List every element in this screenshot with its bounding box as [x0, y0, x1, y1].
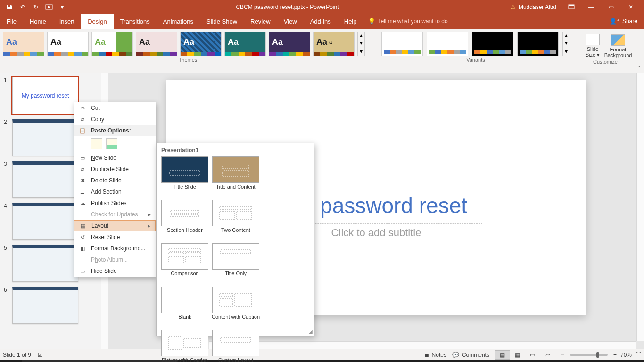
menu-duplicate-slide[interactable]: ⧉Duplicate Slide: [74, 164, 156, 175]
tab-review[interactable]: Review: [244, 14, 277, 29]
notes-icon: ≣: [424, 352, 429, 358]
theme-item[interactable]: Aa: [224, 32, 266, 56]
layout-picture-with-caption[interactable]: Picture with Caption: [160, 330, 209, 362]
slide-size-button[interactable]: Slide Size ▾: [582, 32, 603, 58]
tell-me[interactable]: 💡 Tell me what you want to do: [368, 14, 448, 29]
reading-view-button[interactable]: ▭: [525, 350, 540, 360]
qat-more-icon[interactable]: ▾: [56, 0, 69, 14]
variant-item[interactable]: [472, 32, 513, 56]
redo-icon[interactable]: ↻: [29, 0, 42, 14]
layout-title-only[interactable]: Title Only: [211, 243, 260, 283]
undo-icon[interactable]: ↶: [16, 0, 29, 14]
context-menu: ✂Cut ⧉Copy 📋Paste Options: ▭New Slide ⧉D…: [74, 102, 156, 277]
paste-picture[interactable]: [106, 138, 117, 149]
layout-title-slide[interactable]: Title Slide: [160, 156, 209, 196]
theme-item[interactable]: Aa: [47, 32, 89, 56]
signed-in-user[interactable]: ⚠ Muddaser Altaf: [506, 4, 561, 10]
svg-rect-21: [184, 338, 201, 348]
svg-rect-7: [171, 215, 199, 217]
tab-transitions[interactable]: Transitions: [114, 14, 157, 29]
copy-icon: ⧉: [79, 115, 86, 123]
layout-two-content[interactable]: Two Content: [211, 200, 260, 239]
collapse-ribbon-icon[interactable]: ˆ: [635, 29, 644, 73]
slide-size-label: Slide Size ▾: [582, 46, 603, 58]
tab-file[interactable]: File: [0, 14, 23, 29]
submenu-arrow-icon: ▸: [148, 211, 151, 218]
tab-insert[interactable]: Insert: [53, 14, 82, 29]
thumbnail-slide-6[interactable]: 6: [4, 287, 97, 324]
menu-add-section[interactable]: ☰Add Section: [74, 186, 156, 197]
layout-title-and-content[interactable]: Title and Content: [211, 156, 260, 196]
comments-button[interactable]: 💬Comments: [452, 349, 489, 360]
tab-design[interactable]: Design: [81, 14, 113, 29]
layout-blank[interactable]: Blank: [160, 287, 209, 326]
spell-check-icon[interactable]: ☑: [38, 349, 43, 360]
svg-rect-19: [235, 293, 252, 306]
menu-format-background[interactable]: ◧Format Background...: [74, 243, 156, 254]
menu-cut[interactable]: ✂Cut: [74, 102, 156, 114]
zoom-level[interactable]: 70%: [620, 349, 632, 360]
menu-hide-slide[interactable]: ▭Hide Slide: [74, 265, 156, 277]
start-from-beginning-icon[interactable]: [42, 0, 56, 14]
tab-view[interactable]: View: [277, 14, 304, 29]
variant-item[interactable]: [517, 32, 559, 56]
comments-icon: 💬: [452, 352, 459, 358]
slide-size-icon: [586, 34, 600, 45]
zoom-in-button[interactable]: +: [613, 352, 617, 358]
variant-item[interactable]: [381, 32, 423, 56]
fit-slide-button[interactable]: ⛶: [636, 349, 641, 360]
theme-item[interactable]: Aa: [91, 32, 133, 56]
variant-item[interactable]: [427, 32, 468, 56]
menu-layout[interactable]: ▦Layout▸: [74, 220, 156, 231]
theme-item[interactable]: Aa: [180, 32, 222, 56]
close-button[interactable]: ✕: [621, 0, 640, 14]
svg-rect-15: [186, 256, 201, 263]
menu-publish-slides[interactable]: ☁Publish Slides: [74, 197, 156, 209]
tab-home[interactable]: Home: [23, 14, 53, 29]
zoom-slider[interactable]: [570, 354, 608, 356]
vertical-scrollbar[interactable]: [636, 73, 644, 341]
theme-item[interactable]: Aaa: [313, 32, 355, 56]
tab-help[interactable]: Help: [338, 14, 363, 29]
notes-button[interactable]: ≣Notes: [424, 349, 446, 360]
theme-item[interactable]: Aa: [269, 32, 310, 56]
slide-sorter-view-button[interactable]: ▦: [510, 350, 525, 360]
paste-use-destination-theme[interactable]: [91, 138, 102, 149]
tab-animations[interactable]: Animations: [157, 14, 200, 29]
taskbar-search[interactable]: ◯ Type here to search 🎤: [22, 360, 177, 362]
minimize-button[interactable]: —: [582, 0, 601, 14]
tab-slideshow[interactable]: Slide Show: [200, 14, 244, 29]
view-buttons: ▤ ▦ ▭ ▱: [495, 350, 555, 360]
theme-item[interactable]: Aa: [136, 32, 177, 56]
normal-view-button[interactable]: ▤: [495, 350, 510, 360]
layout-comparison[interactable]: Comparison: [160, 243, 209, 283]
zoom-out-button[interactable]: −: [561, 352, 564, 358]
layout-custom-layout[interactable]: Custom Layout: [211, 330, 260, 362]
tab-addins[interactable]: Add-ins: [304, 14, 338, 29]
slide-counter[interactable]: Slide 1 of 9: [3, 349, 31, 360]
restore-button[interactable]: ▭: [602, 0, 620, 14]
svg-rect-3: [170, 171, 200, 175]
svg-rect-10: [237, 211, 252, 220]
save-icon[interactable]: [3, 0, 16, 14]
layout-content-with-caption[interactable]: Content with Caption: [211, 287, 260, 326]
variants-more-button[interactable]: ▴▾▾: [562, 32, 570, 56]
user-name: Muddaser Altaf: [519, 4, 556, 10]
resize-grip-icon[interactable]: ◢: [309, 329, 313, 334]
themes-more-button[interactable]: ▴▾▾: [357, 32, 365, 56]
menu-copy[interactable]: ⧉Copy: [74, 114, 156, 125]
slideshow-view-button[interactable]: ▱: [540, 350, 555, 360]
theme-office[interactable]: Aa: [3, 32, 44, 56]
format-background-button[interactable]: Format Background: [607, 32, 629, 58]
layout-section-header[interactable]: Section Header: [160, 200, 209, 239]
variants-group: ▴▾▾ Variants: [376, 29, 576, 73]
menu-reset-slide[interactable]: ↺Reset Slide: [74, 231, 156, 243]
paste-options: [74, 136, 156, 152]
start-button[interactable]: [0, 360, 22, 362]
ribbon-display-options-icon[interactable]: [562, 0, 581, 14]
lightbulb-icon: 💡: [368, 18, 375, 25]
menu-new-slide[interactable]: ▭New Slide: [74, 152, 156, 164]
share-button[interactable]: 👤⁺ Share: [603, 14, 644, 29]
menu-delete-slide[interactable]: ✖Delete Slide: [74, 175, 156, 186]
customize-group-label: Customize: [593, 58, 618, 66]
